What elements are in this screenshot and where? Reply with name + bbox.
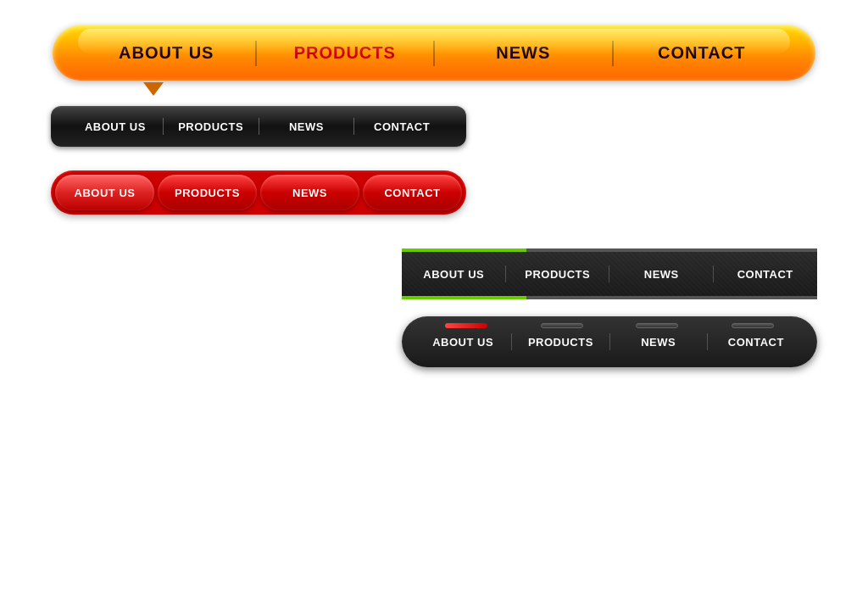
nav5-item-products[interactable]: PRODUCTS (512, 336, 609, 349)
nav4: ABOUT US PRODUCTS NEWS CONTACT (402, 252, 817, 296)
nav5-item-contact[interactable]: CONTACT (708, 336, 804, 349)
nav4-item-contact[interactable]: CONTACT (714, 268, 818, 281)
nav4-item-about[interactable]: ABOUT US (402, 268, 506, 281)
nav1-dropdown-arrow (143, 82, 164, 96)
nav4-wrapper: ABOUT US PRODUCTS NEWS CONTACT (402, 248, 817, 299)
nav5-indicator-2 (541, 323, 583, 328)
nav1-item-contact[interactable]: CONTACT (614, 43, 791, 63)
nav4-item-news[interactable]: NEWS (609, 268, 714, 281)
nav3-item-products[interactable]: PRODUCTS (158, 175, 257, 210)
nav3-wrapper: ABOUT US PRODUCTS NEWS CONTACT (51, 170, 466, 215)
nav2-item-about[interactable]: ABOUT US (68, 120, 163, 133)
nav4-item-products[interactable]: PRODUCTS (506, 268, 610, 281)
nav5-item-about[interactable]: ABOUT US (415, 336, 511, 349)
nav1-item-news[interactable]: NEWS (435, 43, 612, 63)
nav5-indicator-active (445, 323, 487, 328)
nav3-item-about[interactable]: ABOUT US (55, 175, 154, 210)
nav5-wrapper: ABOUT US PRODUCTS NEWS CONTACT (402, 316, 817, 367)
nav3: ABOUT US PRODUCTS NEWS CONTACT (51, 170, 466, 215)
nav2-item-news[interactable]: NEWS (259, 120, 354, 133)
nav1: ABOUT US PRODUCTS NEWS CONTACT (53, 25, 815, 81)
nav5-indicator-4 (732, 323, 774, 328)
nav5-item-news[interactable]: NEWS (610, 336, 707, 349)
nav2-wrapper: ABOUT US PRODUCTS NEWS CONTACT (51, 106, 466, 147)
nav2-item-products[interactable]: PRODUCTS (164, 120, 259, 133)
nav5: ABOUT US PRODUCTS NEWS CONTACT (402, 316, 817, 367)
nav3-item-news[interactable]: NEWS (260, 175, 359, 210)
nav1-item-about[interactable]: ABOUT US (78, 43, 255, 63)
nav4-bottom-accent (402, 296, 817, 299)
nav3-item-contact[interactable]: CONTACT (363, 175, 462, 210)
nav5-indicators (402, 323, 817, 328)
nav1-wrapper: ABOUT US PRODUCTS NEWS CONTACT (53, 25, 815, 81)
nav5-indicator-3 (636, 323, 678, 328)
nav1-item-products[interactable]: PRODUCTS (257, 43, 434, 63)
nav2-item-contact[interactable]: CONTACT (354, 120, 449, 133)
nav2: ABOUT US PRODUCTS NEWS CONTACT (51, 106, 466, 147)
